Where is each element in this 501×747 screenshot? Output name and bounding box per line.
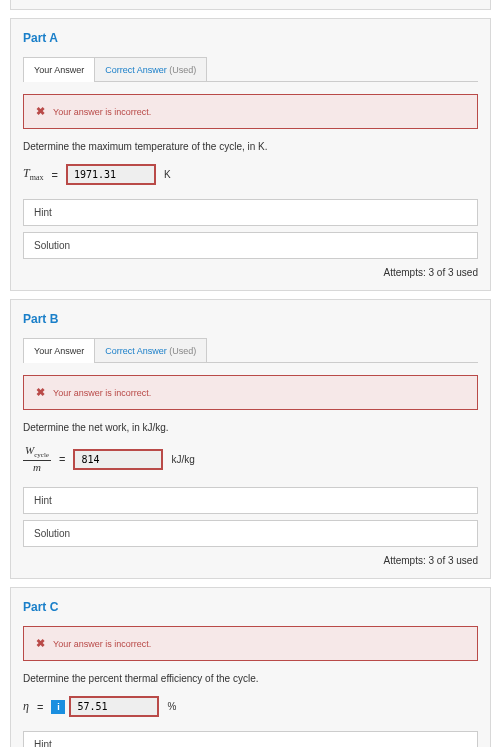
part-a-prompt: Determine the maximum temperature of the… [23,141,478,152]
error-icon: ✖ [36,637,45,650]
part-a-title: Part A [23,31,478,45]
part-a-unit: K [164,169,171,180]
part-c-input[interactable] [69,696,159,717]
part-a-answer-row: Tmax = K [23,164,478,185]
tab-used-label: (Used) [167,65,197,75]
part-a-attempts: Attempts: 3 of 3 used [23,267,478,278]
tab-correct-answer[interactable]: Correct Answer (Used) [94,338,207,363]
tab-used-label: (Used) [167,346,197,356]
equals-sign: = [59,453,65,465]
part-a-variable: Tmax [23,166,43,182]
hint-button[interactable]: Hint [23,199,478,226]
part-b-tabs: Your Answer Correct Answer (Used) [23,338,478,363]
error-text: Your answer is incorrect. [53,107,151,117]
tab-correct-answer-label: Correct Answer [105,65,167,75]
solution-button[interactable]: Solution [23,520,478,547]
hint-button[interactable]: Hint [23,487,478,514]
error-icon: ✖ [36,386,45,399]
part-c-unit: % [167,701,176,712]
error-text: Your answer is incorrect. [53,388,151,398]
part-c-variable: η [23,699,29,714]
part-a-panel: Part A Your Answer Correct Answer (Used)… [10,18,491,291]
part-b-prompt: Determine the net work, in kJ/kg. [23,422,478,433]
part-b-input[interactable] [73,449,163,470]
part-c-panel: Part C ✖ Your answer is incorrect. Deter… [10,587,491,747]
part-c-body: ✖ Your answer is incorrect. Determine th… [23,626,478,747]
equals-sign: = [51,169,57,181]
part-a-tabs: Your Answer Correct Answer (Used) [23,57,478,82]
part-c-title: Part C [23,600,478,614]
part-b-panel: Part B Your Answer Correct Answer (Used)… [10,299,491,579]
tab-your-answer[interactable]: Your Answer [23,57,95,82]
part-b-body: ✖ Your answer is incorrect. Determine th… [23,362,478,566]
tab-correct-answer-label: Correct Answer [105,346,167,356]
error-banner: ✖ Your answer is incorrect. [23,94,478,129]
error-text: Your answer is incorrect. [53,639,151,649]
error-banner: ✖ Your answer is incorrect. [23,626,478,661]
panel-top-spacer [10,0,491,10]
part-b-title: Part B [23,312,478,326]
error-banner: ✖ Your answer is incorrect. [23,375,478,410]
part-b-answer-row: Wcycle m = kJ/kg [23,445,478,473]
hint-button[interactable]: Hint [23,731,478,747]
part-b-unit: kJ/kg [171,454,194,465]
tab-your-answer[interactable]: Your Answer [23,338,95,363]
info-icon[interactable]: i [51,700,65,714]
tab-correct-answer[interactable]: Correct Answer (Used) [94,57,207,82]
part-a-body: ✖ Your answer is incorrect. Determine th… [23,81,478,278]
part-c-prompt: Determine the percent thermal efficiency… [23,673,478,684]
part-a-input[interactable] [66,164,156,185]
part-c-answer-row: η = i % [23,696,478,717]
error-icon: ✖ [36,105,45,118]
part-b-attempts: Attempts: 3 of 3 used [23,555,478,566]
equals-sign: = [37,701,43,713]
part-b-variable: Wcycle m [23,445,51,473]
solution-button[interactable]: Solution [23,232,478,259]
